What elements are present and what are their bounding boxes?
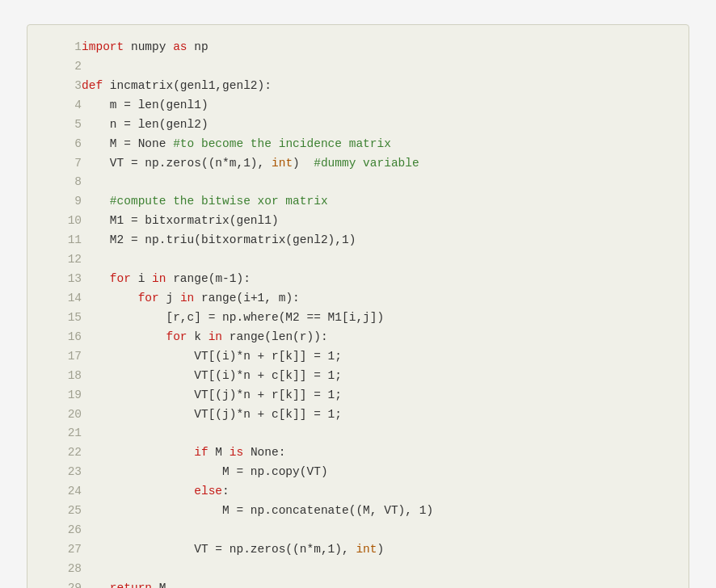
- code-line-content: [82, 173, 672, 192]
- code-row: 11 M2 = np.triu(bitxormatrix(genl2),1): [44, 231, 672, 250]
- code-row: 2: [44, 57, 672, 77]
- code-line-content: VT = np.zeros((n*m,1), int) #dummy varia…: [82, 154, 672, 174]
- line-number: 27: [44, 540, 82, 560]
- code-line-content: [82, 521, 672, 540]
- code-line-content: import numpy as np: [82, 38, 672, 57]
- code-line-content: [82, 250, 672, 270]
- token-normal: VT[(j)*n + c[k]] = 1;: [82, 408, 342, 421]
- token-kw-return: return: [110, 582, 152, 588]
- code-row: 14 for j in range(i+1, m):: [44, 289, 672, 309]
- code-row: 13 for i in range(m-1):: [44, 270, 672, 289]
- token-normal: i: [131, 272, 152, 285]
- token-normal: M2 = np.triu(bitxormatrix(genl2),1): [82, 233, 356, 246]
- code-row: 9 #compute the bitwise xor matrix: [44, 192, 672, 212]
- code-line-content: #compute the bitwise xor matrix: [82, 192, 672, 212]
- token-normal: M = None: [82, 137, 173, 150]
- line-number: 1: [44, 38, 82, 57]
- code-line-content: [r,c] = np.where(M2 == M1[i,j]): [82, 309, 672, 328]
- code-line-content: if M is None:: [82, 443, 672, 463]
- token-normal: [r,c] = np.where(M2 == M1[i,j]): [82, 311, 384, 324]
- line-number: 14: [44, 289, 82, 309]
- code-row: 3def incmatrix(genl1,genl2):: [44, 77, 672, 96]
- token-normal: M: [152, 582, 166, 588]
- page-container: 1import numpy as np2 3def incmatrix(genl…: [0, 0, 716, 588]
- code-row: 12: [44, 250, 672, 270]
- code-row: 22 if M is None:: [44, 443, 672, 463]
- token-normal: n = len(genl2): [82, 118, 208, 131]
- line-number: 5: [44, 116, 82, 135]
- code-line-content: VT[(i)*n + c[k]] = 1;: [82, 367, 672, 386]
- token-kw-in: in: [152, 272, 166, 285]
- token-normal: m = len(genl1): [82, 99, 208, 111]
- code-line-content: m = len(genl1): [82, 96, 672, 116]
- code-row: 10 M1 = bitxormatrix(genl1): [44, 212, 672, 231]
- code-row: 17 VT[(i)*n + r[k]] = 1;: [44, 347, 672, 367]
- code-line-content: M = np.concatenate((M, VT), 1): [82, 502, 672, 521]
- token-normal: M = np.copy(VT): [82, 465, 328, 478]
- code-row: 4 m = len(genl1): [44, 96, 672, 116]
- token-kw-for: for: [138, 292, 159, 304]
- line-number: 28: [44, 560, 82, 579]
- line-number: 15: [44, 309, 82, 328]
- token-normal: range(m-1):: [166, 272, 250, 285]
- line-number: 8: [44, 173, 82, 192]
- code-line-content: M2 = np.triu(bitxormatrix(genl2),1): [82, 231, 672, 250]
- code-row: 6 M = None #to become the incidence matr…: [44, 135, 672, 154]
- line-number: 25: [44, 502, 82, 521]
- code-listing: 1import numpy as np2 3def incmatrix(genl…: [27, 24, 689, 588]
- code-table: 1import numpy as np2 3def incmatrix(genl…: [44, 38, 672, 588]
- code-row: 8: [44, 173, 672, 192]
- token-normal: [82, 446, 194, 459]
- line-number: 24: [44, 482, 82, 502]
- token-kw-if: if: [194, 446, 208, 459]
- token-normal: [82, 272, 110, 285]
- code-line-content: [82, 57, 672, 77]
- token-normal: VT = np.zeros((n*m,1),: [82, 543, 356, 556]
- token-kw-is: is: [230, 446, 243, 459]
- token-kw-for: for: [110, 272, 131, 285]
- token-kw-import: as: [173, 40, 187, 53]
- token-normal: ): [293, 157, 314, 170]
- line-number: 17: [44, 347, 82, 367]
- code-row: 7 VT = np.zeros((n*m,1), int) #dummy var…: [44, 154, 672, 174]
- line-number: 3: [44, 77, 82, 96]
- token-kw-in: in: [208, 330, 222, 343]
- line-number: 7: [44, 154, 82, 174]
- line-number: 10: [44, 212, 82, 231]
- token-normal: M: [208, 446, 230, 459]
- line-number: 21: [44, 424, 82, 443]
- line-number: 2: [44, 57, 82, 77]
- token-normal: [82, 330, 166, 343]
- code-line-content: VT = np.zeros((n*m,1), int): [82, 540, 672, 560]
- code-line-content: n = len(genl2): [82, 116, 672, 135]
- line-number: 6: [44, 135, 82, 154]
- token-kw-for: for: [166, 330, 187, 343]
- token-kw-import: import: [82, 40, 124, 53]
- line-number: 18: [44, 367, 82, 386]
- token-comment: #to become the incidence matrix: [173, 137, 391, 150]
- code-line-content: M = np.copy(VT): [82, 463, 672, 482]
- token-kw-def: def: [82, 79, 103, 92]
- code-row: 21: [44, 424, 672, 443]
- code-row: 16 for k in range(len(r)):: [44, 328, 672, 347]
- line-number: 23: [44, 463, 82, 482]
- code-line-content: [82, 560, 672, 579]
- token-normal: numpy: [124, 40, 173, 53]
- token-normal: VT[(i)*n + r[k]] = 1;: [82, 350, 342, 363]
- token-normal: range(i+1, m):: [194, 292, 300, 304]
- line-number: 13: [44, 270, 82, 289]
- line-number: 11: [44, 231, 82, 250]
- code-row: 25 M = np.concatenate((M, VT), 1): [44, 502, 672, 521]
- token-normal: ): [377, 543, 385, 556]
- code-line-content: VT[(i)*n + r[k]] = 1;: [82, 347, 672, 367]
- code-row: 28: [44, 560, 672, 579]
- token-normal: [82, 582, 110, 588]
- token-normal: range(len(r)):: [222, 330, 328, 343]
- token-normal: VT[(j)*n + r[k]] = 1;: [82, 388, 342, 401]
- code-row: 19 VT[(j)*n + r[k]] = 1;: [44, 386, 672, 405]
- line-number: 16: [44, 328, 82, 347]
- code-line-content: def incmatrix(genl1,genl2):: [82, 77, 672, 96]
- token-kw-int: int: [356, 543, 377, 556]
- code-row: 27 VT = np.zeros((n*m,1), int): [44, 540, 672, 560]
- line-number: 4: [44, 96, 82, 116]
